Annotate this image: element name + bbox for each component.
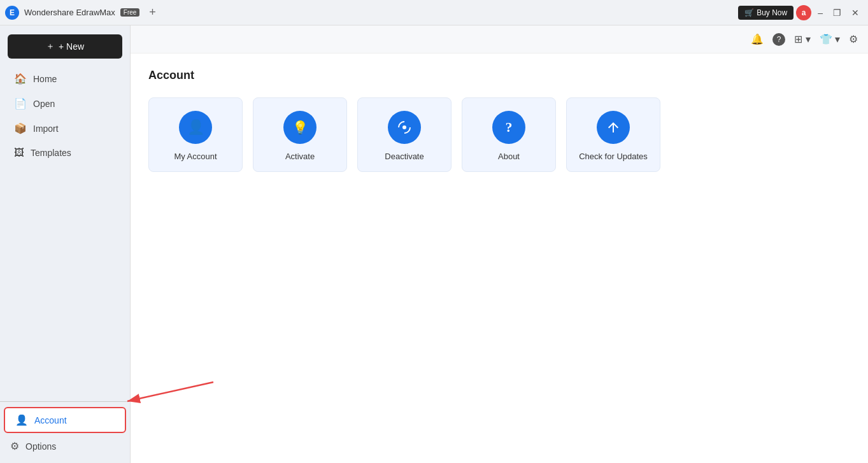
grid-icon[interactable]: ⊞ ▾ xyxy=(794,33,810,45)
bell-icon[interactable]: 🔔 xyxy=(751,33,764,45)
templates-icon: 🖼 xyxy=(14,147,24,159)
sidebar-item-templates[interactable]: 🖼 Templates xyxy=(4,141,126,164)
content-area: Account 👤 My Account 💡 Activate xyxy=(131,53,868,463)
open-icon: 📄 xyxy=(14,97,27,110)
card-deactivate[interactable]: Deactivate xyxy=(357,97,452,172)
sidebar-item-import[interactable]: 📦 Import xyxy=(4,117,126,140)
about-icon: ? xyxy=(492,111,525,144)
sidebar-item-home[interactable]: 🏠 Home xyxy=(4,67,126,90)
minimize-button[interactable]: – xyxy=(814,6,827,19)
help-icon[interactable]: ? xyxy=(772,33,785,46)
card-my-account[interactable]: 👤 My Account xyxy=(148,97,243,172)
card-check-updates[interactable]: Check for Updates xyxy=(566,97,660,172)
cards-grid: 👤 My Account 💡 Activate xyxy=(148,97,850,172)
plus-icon: ＋ xyxy=(46,41,55,52)
gear-icon[interactable]: ⚙ xyxy=(849,33,858,45)
toolbar: 🔔 ? ⊞ ▾ 👕 ▾ ⚙ xyxy=(131,25,868,53)
home-icon: 🏠 xyxy=(14,73,27,85)
new-tab-button[interactable]: + xyxy=(145,5,160,20)
titlebar-left: E Wondershare EdrawMax Free + xyxy=(5,5,160,20)
shirt-icon[interactable]: 👕 ▾ xyxy=(820,33,840,45)
user-avatar[interactable]: a xyxy=(796,5,811,20)
import-icon: 📦 xyxy=(14,122,27,134)
sidebar-item-open[interactable]: 📄 Open xyxy=(4,92,126,115)
card-activate[interactable]: 💡 Activate xyxy=(253,97,347,172)
app-title: Wondershare EdrawMax xyxy=(24,8,115,17)
sidebar-item-account[interactable]: 👤 Account xyxy=(4,407,126,433)
account-icon: 👤 xyxy=(15,414,28,426)
my-account-icon: 👤 xyxy=(179,111,212,144)
free-badge: Free xyxy=(120,8,140,17)
cart-icon: 🛒 xyxy=(744,8,754,17)
sidebar: ＋ + New 🏠 Home 📄 Open 📦 Import 🖼 Templat… xyxy=(0,25,131,463)
main-layout: ＋ + New 🏠 Home 📄 Open 📦 Import 🖼 Templat… xyxy=(0,25,868,463)
svg-point-0 xyxy=(402,125,406,129)
close-button[interactable]: ✕ xyxy=(848,6,863,19)
maximize-button[interactable]: ❐ xyxy=(829,6,845,19)
activate-icon: 💡 xyxy=(283,111,317,144)
options-icon: ⚙ xyxy=(10,440,19,452)
app-logo: E xyxy=(5,6,19,20)
buy-now-button[interactable]: 🛒 Buy Now xyxy=(738,6,793,20)
card-about[interactable]: ? About xyxy=(462,97,556,172)
page-title: Account xyxy=(148,69,850,82)
new-button[interactable]: ＋ + New xyxy=(8,34,122,59)
sidebar-bottom: 👤 Account ⚙ Options xyxy=(0,401,130,458)
titlebar-right: 🛒 Buy Now a – ❐ ✕ xyxy=(738,5,863,20)
sidebar-item-options[interactable]: ⚙ Options xyxy=(0,434,130,458)
check-updates-icon xyxy=(597,111,630,144)
titlebar: E Wondershare EdrawMax Free + 🛒 Buy Now … xyxy=(0,0,868,25)
deactivate-icon xyxy=(388,111,421,144)
